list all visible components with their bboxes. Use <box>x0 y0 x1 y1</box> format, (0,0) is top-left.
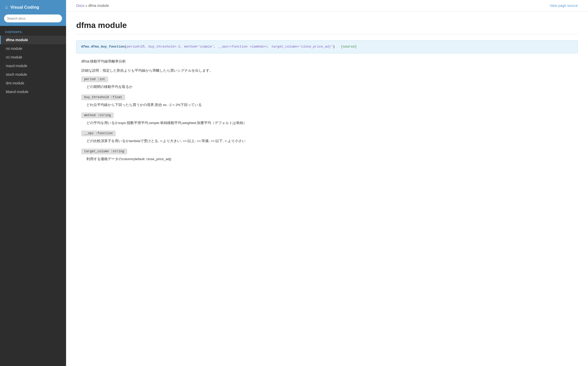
sidebar: ⌂ Visual Coding CONTENTS: dfma module rs… <box>0 0 66 366</box>
search-input[interactable] <box>4 14 62 22</box>
contents-label: CONTENTS: <box>0 26 66 36</box>
sidebar-item-bband[interactable]: bband module <box>0 87 66 96</box>
function-source-link[interactable]: [source] <box>341 45 357 49</box>
param-period: period :int どの期間の移動平均を取るか <box>76 77 578 90</box>
param-target-column: target_column :string 利用する価格データのcolumn(d… <box>76 149 578 162</box>
description-long: 詳細な説明：指定した割合よりも平均線から乖離したら買いシグナルを出します。 <box>76 68 578 74</box>
sidebar-item-rci[interactable]: rci module <box>0 53 66 62</box>
function-name: dfma.dfma_buy_function <box>81 45 125 49</box>
param-buy-threshold-desc: どれ位平均線から下回ったら買うかの境界,割合 ex. -2 = 2%下回っている <box>81 102 578 108</box>
param-method-label: method :string <box>81 113 114 118</box>
topbar: Docs » dfma module View page source <box>66 0 588 11</box>
sidebar-item-dmi[interactable]: dmi module <box>0 79 66 87</box>
sidebar-item-stoch[interactable]: stoch module <box>0 70 66 79</box>
param-period-desc: どの期間の移動平均を取るか <box>81 84 578 90</box>
param-ops-label: __ops :function <box>81 131 116 136</box>
main-content: Docs » dfma module View page source dfma… <box>66 0 588 366</box>
view-page-source-link[interactable]: View page source <box>550 4 578 8</box>
description-short: dfma:移動平均線乖離率分析 <box>76 58 578 65</box>
sidebar-item-dfma[interactable]: dfma module <box>0 36 66 44</box>
param-target-column-label: target_column :string <box>81 149 127 154</box>
function-params: period=25, buy_threshold=-1, method='sim… <box>127 45 333 49</box>
breadcrumb-current: dfma module <box>88 4 109 8</box>
content-area: dfma module dfma.dfma_buy_function(perio… <box>66 11 588 366</box>
param-target-column-desc: 利用する価格データのcolumn(default: close_price_ad… <box>81 156 578 162</box>
sidebar-header: ⌂ Visual Coding <box>0 0 66 14</box>
home-icon: ⌂ <box>5 5 8 10</box>
breadcrumb-docs-link[interactable]: Docs <box>76 4 84 8</box>
search-container <box>0 14 66 26</box>
page-title: dfma module <box>76 21 578 34</box>
param-method: method :string どの平均を用いるかexpo:指数平滑平均,simp… <box>76 113 578 126</box>
param-method-desc: どの平均を用いるかexpo:指数平滑平均,simple:単純移動平均,weigh… <box>81 120 578 126</box>
param-buy-threshold: buy_threshold :float どれ位平均線から下回ったら買うかの境界… <box>76 95 578 108</box>
sidebar-item-macd[interactable]: macd module <box>0 62 66 70</box>
param-period-label: period :int <box>81 77 108 82</box>
sidebar-title: Visual Coding <box>10 5 39 10</box>
function-signature-block: dfma.dfma_buy_function(period=25, buy_th… <box>76 40 578 53</box>
param-ops: __ops :function どの比較演算子を用いるかlambdaで受けとる,… <box>76 131 578 144</box>
param-ops-desc: どの比較演算子を用いるかlambdaで受けとる, >:より大きい, >=:以上,… <box>81 138 578 144</box>
sidebar-item-rsi[interactable]: rsi module <box>0 44 66 53</box>
breadcrumb: Docs » dfma module <box>76 4 109 8</box>
breadcrumb-separator: » <box>85 4 87 8</box>
sidebar-nav: dfma module rsi module rci module macd m… <box>0 36 66 96</box>
param-buy-threshold-label: buy_threshold :float <box>81 95 125 100</box>
